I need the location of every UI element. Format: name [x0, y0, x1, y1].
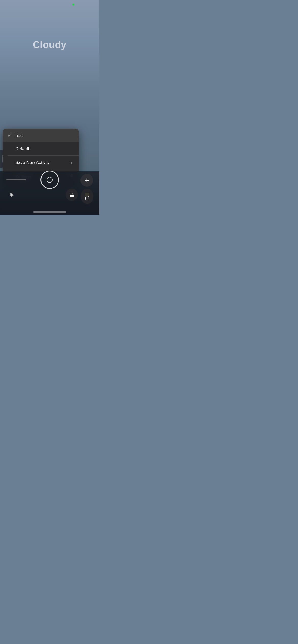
svg-rect-3: [86, 197, 89, 200]
layers-button[interactable]: [81, 192, 93, 204]
menu-item-default-label: Default: [8, 146, 74, 151]
plus-icon: ＋: [69, 159, 74, 166]
home-indicator: [33, 211, 66, 213]
add-button[interactable]: [80, 174, 93, 187]
menu-item-save-label: Save New Activity: [8, 160, 69, 165]
check-icon: ✓: [8, 133, 11, 138]
menu-item-save-new-activity[interactable]: Save New Activity ＋: [3, 155, 79, 170]
bottom-toolbar: [0, 171, 99, 215]
timeline-bar: [6, 179, 26, 180]
green-dot-indicator: [72, 4, 74, 6]
layers-button-container: [81, 192, 93, 204]
menu-item-test[interactable]: ✓ Test: [3, 129, 79, 142]
menu-item-default[interactable]: Default: [3, 142, 79, 155]
weather-label: Cloudy: [0, 39, 99, 50]
record-inner: [47, 177, 53, 183]
svg-rect-0: [70, 195, 74, 197]
menu-item-test-label: Test: [15, 133, 74, 138]
screen: Cloudy ✓ Test Default Save New Activity …: [0, 0, 99, 215]
record-button[interactable]: [40, 171, 59, 189]
settings-button[interactable]: [6, 189, 17, 200]
lock-button[interactable]: [66, 189, 78, 201]
